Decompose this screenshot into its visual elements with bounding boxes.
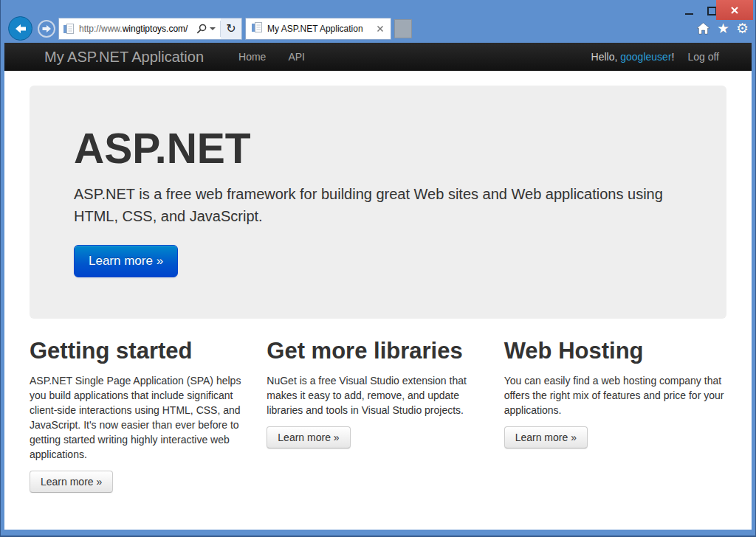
quick-icons: ★ ⚙ xyxy=(696,20,749,36)
url-host: wingtiptoys.com/ xyxy=(123,24,188,34)
home-icon xyxy=(696,22,710,35)
tab-title: My ASP.NET Application xyxy=(267,24,371,34)
greeting-suffix: ! xyxy=(672,51,675,63)
titlebar[interactable]: http://www.wingtiptoys.com/ ↻ xyxy=(0,0,756,43)
page-icon xyxy=(63,23,75,35)
navbar-brand[interactable]: My ASP.NET Application xyxy=(30,49,219,66)
search-icon xyxy=(196,24,207,34)
nav-link-home[interactable]: Home xyxy=(227,51,277,63)
forward-icon xyxy=(41,23,52,35)
refresh-icon: ↻ xyxy=(226,21,236,35)
column-getting-started: Getting started ASP.NET Single Page Appl… xyxy=(30,319,252,493)
gear-icon: ⚙ xyxy=(736,20,749,36)
close-icon xyxy=(730,6,739,15)
hosting-learn-more-button[interactable]: Learn more » xyxy=(504,426,588,448)
column-heading: Get more libraries xyxy=(267,338,489,364)
back-icon xyxy=(13,21,28,36)
forward-button[interactable] xyxy=(38,20,55,38)
hero-title: ASP.NET xyxy=(74,125,682,173)
greeting-text: Hello, googleuser! xyxy=(591,51,675,63)
search-button[interactable] xyxy=(192,18,220,39)
minimize-button[interactable] xyxy=(681,4,697,16)
minimize-icon xyxy=(685,13,693,15)
column-text: ASP.NET Single Page Application (SPA) he… xyxy=(30,373,252,462)
column-heading: Web Hosting xyxy=(504,338,726,364)
tab-close-button[interactable] xyxy=(375,24,385,34)
favorites-button[interactable]: ★ xyxy=(717,20,729,36)
column-get-more-libraries: Get more libraries NuGet is a free Visua… xyxy=(267,319,489,493)
tab-page-icon xyxy=(251,21,263,36)
column-heading: Getting started xyxy=(30,338,252,364)
url-prefix: http://www. xyxy=(79,24,123,34)
column-text: NuGet is a free Visual Studio extension … xyxy=(267,373,489,418)
greeting-prefix: Hello, xyxy=(591,51,621,63)
feature-columns: Getting started ASP.NET Single Page Appl… xyxy=(30,319,726,493)
site-navbar: My ASP.NET Application Home API Hello, g… xyxy=(4,43,752,71)
libraries-learn-more-button[interactable]: Learn more » xyxy=(267,426,350,448)
new-tab-button[interactable] xyxy=(394,19,412,38)
page-content: My ASP.NET Application Home API Hello, g… xyxy=(4,43,752,530)
hero-learn-more-button[interactable]: Learn more » xyxy=(74,245,178,277)
tab-close-icon xyxy=(377,25,384,32)
hero-lead: ASP.NET is a free web framework for buil… xyxy=(74,183,668,227)
getting-started-learn-more-button[interactable]: Learn more » xyxy=(30,471,113,493)
browser-window: http://www.wingtiptoys.com/ ↻ xyxy=(0,0,756,537)
star-icon: ★ xyxy=(717,20,729,36)
address-bar[interactable]: http://www.wingtiptoys.com/ ↻ xyxy=(58,18,242,40)
main-container: ASP.NET ASP.NET is a free web framework … xyxy=(30,86,726,493)
column-web-hosting: Web Hosting You can easily find a web ho… xyxy=(504,319,726,493)
username-link[interactable]: googleuser xyxy=(620,51,671,63)
home-button[interactable] xyxy=(696,22,710,35)
settings-button[interactable]: ⚙ xyxy=(736,20,749,36)
back-button[interactable] xyxy=(8,16,32,41)
url-text: http://www.wingtiptoys.com/ xyxy=(75,24,192,34)
logoff-link[interactable]: Log off xyxy=(687,51,719,63)
nav-link-api[interactable]: API xyxy=(277,51,316,63)
search-dropdown-icon xyxy=(210,27,216,30)
refresh-button[interactable]: ↻ xyxy=(221,18,241,39)
browser-tab[interactable]: My ASP.NET Application xyxy=(245,18,391,40)
close-button[interactable] xyxy=(716,0,753,20)
column-text: You can easily find a web hosting compan… xyxy=(504,373,726,418)
hero-unit: ASP.NET ASP.NET is a free web framework … xyxy=(30,86,726,319)
